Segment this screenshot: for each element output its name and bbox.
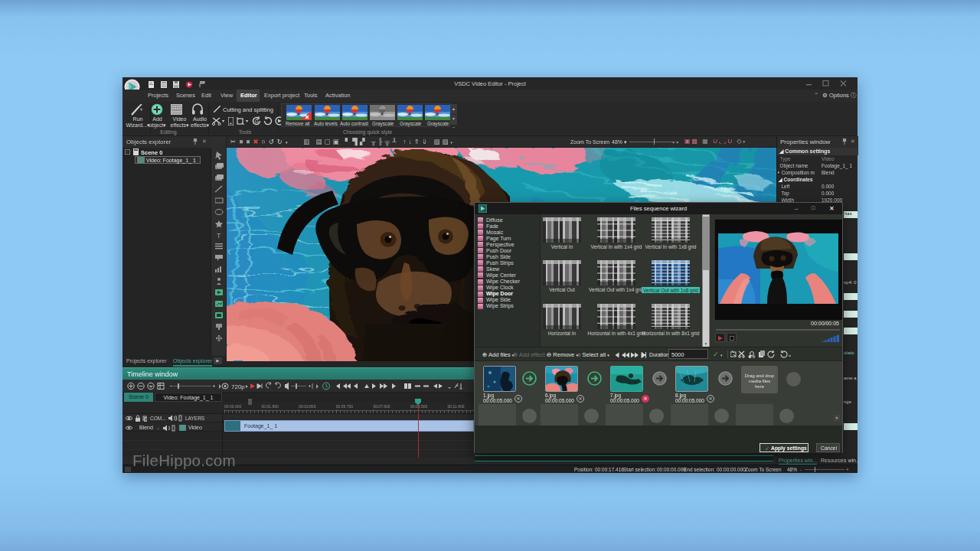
svg-text:720p: 720p bbox=[231, 383, 245, 390]
svg-text:G: G bbox=[254, 119, 258, 124]
svg-text:T: T bbox=[217, 232, 221, 240]
